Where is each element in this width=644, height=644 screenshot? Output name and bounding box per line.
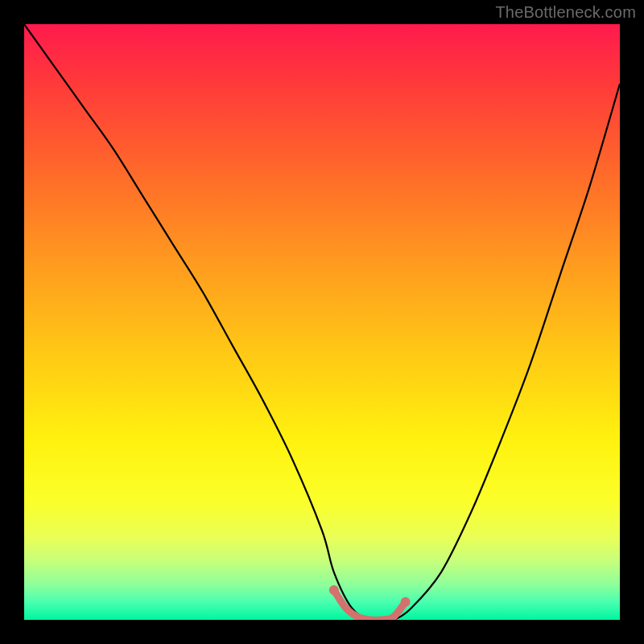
- heatmap-background: [24, 24, 620, 620]
- watermark-text: TheBottleneck.com: [495, 3, 636, 22]
- chart-frame: TheBottleneck.com: [0, 0, 644, 644]
- plot-area: [24, 24, 620, 620]
